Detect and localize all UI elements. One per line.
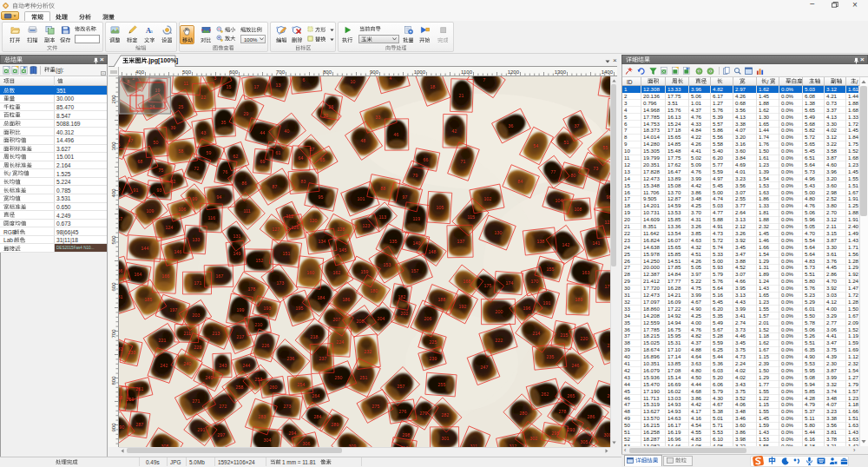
- svg-text:289: 289: [332, 422, 339, 427]
- svg-text:1200: 1200: [508, 69, 520, 75]
- svg-text:22: 22: [201, 95, 207, 100]
- svg-text:111: 111: [244, 208, 251, 214]
- svg-text:55: 55: [603, 145, 608, 150]
- svg-text:171: 171: [194, 280, 202, 286]
- svg-text:211: 211: [184, 331, 192, 336]
- svg-text:208: 208: [357, 319, 365, 324]
- svg-text:237: 237: [319, 356, 327, 361]
- svg-text:109: 109: [147, 208, 155, 214]
- svg-text:225: 225: [430, 339, 437, 345]
- svg-text:6: 6: [303, 77, 306, 82]
- svg-text:156: 156: [119, 268, 123, 273]
- svg-text:600: 600: [111, 282, 116, 292]
- svg-text:1300: 1300: [555, 69, 567, 75]
- svg-text:133: 133: [193, 237, 201, 242]
- svg-text:217: 217: [237, 334, 245, 339]
- svg-text:1100: 1100: [461, 69, 473, 75]
- svg-text:36: 36: [509, 123, 514, 128]
- svg-text:200: 200: [496, 309, 503, 314]
- svg-text:99: 99: [193, 196, 198, 201]
- svg-text:175: 175: [484, 283, 492, 288]
- svg-text:113: 113: [379, 214, 387, 220]
- svg-text:213: 213: [213, 331, 220, 336]
- svg-text:153: 153: [384, 262, 391, 267]
- svg-text:127: 127: [273, 227, 280, 232]
- svg-text:123: 123: [363, 223, 371, 228]
- svg-text:146: 146: [174, 249, 182, 254]
- svg-text:48: 48: [361, 138, 366, 143]
- svg-text:108: 108: [575, 207, 582, 212]
- svg-text:76: 76: [223, 169, 228, 174]
- svg-text:280: 280: [520, 411, 528, 416]
- svg-text:148: 148: [429, 249, 437, 254]
- svg-text:300: 300: [111, 141, 116, 151]
- svg-text:86: 86: [242, 181, 247, 186]
- svg-text:128: 128: [338, 227, 345, 232]
- svg-text:101: 101: [358, 196, 365, 201]
- svg-text:66: 66: [424, 157, 429, 162]
- svg-text:173: 173: [277, 280, 285, 286]
- svg-text:282: 282: [442, 412, 450, 418]
- svg-text:196: 196: [523, 306, 531, 311]
- svg-text:39: 39: [171, 125, 176, 130]
- svg-text:53: 53: [119, 142, 121, 148]
- svg-text:17: 17: [254, 84, 260, 89]
- svg-text:25: 25: [179, 104, 184, 109]
- svg-text:246: 246: [572, 363, 580, 368]
- svg-text:298: 298: [403, 432, 411, 437]
- svg-text:82: 82: [171, 179, 176, 184]
- svg-text:185: 185: [145, 297, 153, 302]
- svg-text:258: 258: [236, 385, 244, 390]
- svg-text:44: 44: [260, 130, 266, 135]
- svg-text:65: 65: [320, 157, 326, 162]
- svg-text:102: 102: [484, 196, 492, 201]
- svg-text:700: 700: [111, 329, 116, 339]
- svg-text:297: 297: [218, 432, 226, 437]
- svg-text:235: 235: [547, 354, 555, 359]
- svg-text:186: 186: [343, 297, 351, 302]
- svg-text:304: 304: [264, 437, 272, 443]
- svg-text:269: 269: [127, 397, 135, 402]
- svg-text:144: 144: [141, 246, 149, 251]
- svg-text:290: 290: [119, 424, 125, 430]
- svg-text:54: 54: [534, 143, 539, 148]
- svg-text:126: 126: [292, 225, 299, 230]
- svg-text:300: 300: [604, 432, 611, 437]
- svg-text:90: 90: [119, 187, 121, 192]
- svg-text:260: 260: [270, 385, 278, 390]
- svg-text:193: 193: [264, 306, 272, 311]
- svg-text:130: 130: [495, 230, 503, 235]
- svg-text:149: 149: [233, 251, 241, 256]
- svg-text:87: 87: [273, 184, 278, 189]
- svg-text:116: 116: [208, 215, 216, 220]
- svg-text:21: 21: [459, 93, 464, 98]
- svg-text:152: 152: [256, 258, 264, 263]
- svg-text:189: 189: [575, 297, 583, 302]
- svg-text:215: 215: [561, 332, 569, 338]
- svg-text:97: 97: [403, 194, 408, 200]
- svg-text:257: 257: [398, 384, 405, 389]
- svg-text:83: 83: [301, 179, 306, 184]
- svg-text:a: a: [149, 28, 152, 34]
- svg-text:117: 117: [119, 216, 122, 221]
- svg-text:62: 62: [233, 154, 239, 159]
- svg-text:160: 160: [307, 270, 315, 275]
- svg-text:140: 140: [413, 240, 421, 246]
- svg-text:178: 178: [248, 286, 256, 292]
- svg-text:93: 93: [157, 187, 162, 193]
- svg-text:268: 268: [119, 395, 123, 400]
- svg-text:202: 202: [401, 311, 409, 316]
- svg-text:51: 51: [564, 140, 569, 145]
- svg-text:210: 210: [255, 322, 263, 327]
- svg-text:224: 224: [337, 339, 345, 345]
- svg-text:244: 244: [243, 363, 251, 368]
- svg-text:239: 239: [430, 356, 437, 361]
- svg-text:167: 167: [216, 273, 224, 279]
- svg-text:247: 247: [481, 365, 489, 370]
- svg-text:265: 265: [568, 393, 575, 398]
- svg-text:10: 10: [351, 79, 356, 84]
- svg-text:131: 131: [233, 234, 241, 239]
- svg-text:226: 226: [262, 343, 270, 348]
- svg-text:400: 400: [135, 69, 145, 75]
- svg-text:195: 195: [296, 306, 304, 311]
